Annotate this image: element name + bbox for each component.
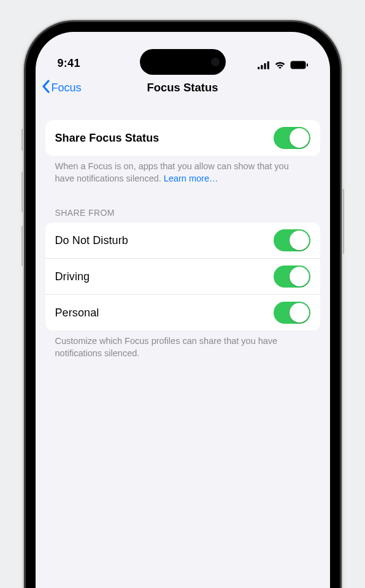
status-icons	[258, 61, 308, 70]
share-focus-status-group: Share Focus Status	[45, 120, 320, 156]
page-title: Focus Status	[147, 81, 218, 94]
chevron-left-icon	[42, 80, 50, 96]
dynamic-island	[140, 49, 226, 75]
status-time: 9:41	[58, 57, 80, 70]
navigation-bar: Focus Focus Status	[36, 74, 330, 102]
ring-switch-button	[21, 129, 25, 151]
svg-rect-1	[261, 65, 263, 69]
personal-toggle[interactable]	[274, 302, 310, 324]
wifi-icon	[274, 61, 286, 69]
settings-content: Share Focus Status When a Focus is on, a…	[36, 102, 330, 359]
svg-rect-4	[290, 61, 305, 69]
do-not-disturb-toggle[interactable]	[274, 229, 310, 251]
svg-rect-5	[307, 64, 308, 67]
share-from-group: Do Not Disturb Driving Personal	[45, 223, 320, 330]
share-from-row-do-not-disturb: Do Not Disturb	[45, 223, 320, 258]
learn-more-link[interactable]: Learn more…	[164, 174, 218, 183]
side-power-button	[340, 189, 344, 254]
volume-up-button	[21, 172, 25, 212]
svg-rect-3	[267, 61, 269, 69]
share-from-footer: Customize which Focus profiles can share…	[45, 330, 320, 359]
svg-rect-2	[264, 63, 266, 69]
share-focus-status-toggle[interactable]	[274, 127, 310, 149]
share-focus-status-label: Share Focus Status	[55, 132, 159, 145]
battery-icon	[290, 61, 308, 69]
svg-rect-0	[258, 67, 259, 69]
phone-screen: 9:41	[36, 32, 330, 588]
iphone-device-mock: 9:41	[26, 22, 340, 588]
share-from-label: Do Not Disturb	[55, 234, 128, 247]
volume-down-button	[21, 226, 25, 266]
share-focus-status-row: Share Focus Status	[45, 120, 320, 156]
share-from-label: Driving	[55, 270, 90, 283]
share-focus-status-footer: When a Focus is on, apps that you allow …	[45, 156, 320, 185]
back-button-label: Focus	[52, 82, 82, 94]
back-button[interactable]: Focus	[42, 74, 82, 102]
phone-body: 9:41	[26, 22, 340, 588]
share-from-row-personal: Personal	[45, 294, 320, 330]
share-from-row-driving: Driving	[45, 258, 320, 294]
share-from-label: Personal	[55, 307, 99, 319]
cellular-signal-icon	[258, 61, 270, 69]
share-from-header: SHARE FROM	[45, 185, 320, 223]
driving-toggle[interactable]	[274, 265, 310, 288]
